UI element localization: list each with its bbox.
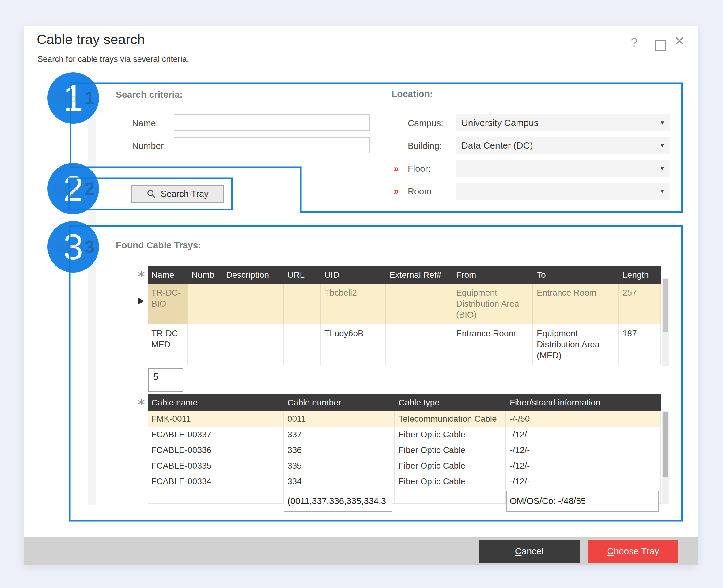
- cell-cable-type: Fiber Optic Cable: [395, 474, 506, 489]
- column-header[interactable]: Cable name: [148, 398, 284, 407]
- column-header[interactable]: UID: [321, 270, 386, 280]
- cell-numb: [188, 284, 222, 324]
- cable-results-table: Cable name Cable number Cable type Fiber…: [148, 395, 661, 504]
- floor-dropdown[interactable]: ▼: [456, 160, 670, 177]
- room-dropdown[interactable]: ▼: [456, 183, 670, 200]
- cell-cable-number: 336: [284, 442, 395, 458]
- table-row[interactable]: FCABLE-00337 337 Fiber Optic Cable -/12/…: [148, 427, 661, 442]
- cell-cable-number: 334: [284, 474, 395, 489]
- cell-fiber-info: -/12/-: [506, 458, 661, 474]
- choose-tray-label: Choose Tray: [607, 546, 659, 556]
- cell-from: Entrance Room: [453, 324, 533, 365]
- cell-cable-type: Fiber Optic Cable: [395, 427, 506, 442]
- building-value: Data Center (DC): [456, 140, 659, 151]
- cell-fiber-info: -/12/-: [506, 474, 661, 489]
- table-row[interactable]: FCABLE-00334 334 Fiber Optic Cable -/12/…: [148, 474, 661, 489]
- column-header[interactable]: Length: [619, 270, 661, 280]
- chevron-down-icon: ▼: [659, 120, 670, 126]
- room-label: Room:: [408, 187, 434, 196]
- help-icon[interactable]: ?: [627, 36, 641, 49]
- column-header[interactable]: Cable type: [395, 398, 506, 407]
- chevron-down-icon: ▼: [659, 165, 670, 172]
- column-header[interactable]: URL: [284, 270, 321, 280]
- building-label: Building:: [408, 141, 442, 151]
- step-2-ghost-number: 2: [85, 178, 95, 199]
- cable-table-scrollbar[interactable]: [662, 411, 669, 504]
- found-cable-trays-heading: Found Cable Trays:: [116, 240, 201, 251]
- step-2-ghost-label: Step: [54, 183, 76, 195]
- table-row[interactable]: FCABLE-00336 336 Fiber Optic Cable -/12/…: [148, 442, 661, 458]
- chevron-down-icon: ▼: [659, 142, 670, 149]
- result-count-field[interactable]: 5: [148, 368, 183, 392]
- tray-results-table: Name Numb Description URL UID External R…: [148, 267, 661, 365]
- column-header[interactable]: From: [453, 270, 533, 280]
- column-header[interactable]: Description: [222, 270, 284, 280]
- cell-cable-number: 0011: [284, 411, 395, 427]
- number-input[interactable]: [174, 137, 370, 153]
- cell-fiber-info: -/-/50: [506, 411, 661, 427]
- campus-label: Campus:: [408, 118, 443, 128]
- cell-fiber-info: -/12/-: [506, 427, 661, 442]
- step-3-ghost-number: 3: [85, 236, 95, 257]
- cell-url: [284, 284, 321, 324]
- required-icon: »: [394, 186, 399, 196]
- table-row[interactable]: FCABLE-00335 335 Fiber Optic Cable -/12/…: [148, 458, 661, 474]
- campus-value: University Campus: [456, 118, 659, 128]
- cell-cable-name: FMK-0011: [148, 411, 284, 427]
- cell-description: [222, 284, 284, 324]
- scrollbar-thumb[interactable]: [663, 412, 668, 477]
- column-header[interactable]: To: [533, 270, 619, 280]
- column-header[interactable]: Name: [148, 270, 188, 280]
- location-heading: Location:: [392, 89, 433, 99]
- column-header[interactable]: External Ref#: [386, 270, 453, 280]
- cell-cable-number: 337: [284, 427, 395, 442]
- cell-cable-type: Fiber Optic Cable: [395, 458, 506, 474]
- grid-settings-icon[interactable]: [137, 398, 145, 406]
- cell-length: 257: [619, 284, 661, 324]
- cell-fiber-info: -/12/-: [506, 442, 661, 458]
- cell-uid: Tbcbeli2: [321, 284, 386, 324]
- cell-external-ref: [386, 324, 453, 365]
- cell-name: TR-DC-BIO: [148, 284, 188, 324]
- cell-to: Equipment Distribution Area (MED): [533, 324, 619, 365]
- cell-cable-type: Telecommunication Cable: [395, 411, 506, 427]
- cable-numbers-summary-field[interactable]: (0011,337,336,335,334,3: [284, 490, 392, 512]
- search-tray-label: Search Tray: [161, 189, 208, 199]
- cell-cable-type: Fiber Optic Cable: [395, 442, 506, 458]
- table-row-selected[interactable]: TR-DC-BIO Tbcbeli2 Equipment Distributio…: [148, 284, 661, 324]
- cancel-label: Cancel: [515, 546, 543, 556]
- cell-cable-name: FCABLE-00334: [148, 474, 284, 489]
- scrollbar-thumb[interactable]: [663, 279, 668, 332]
- campus-dropdown[interactable]: University Campus ▼: [456, 114, 670, 131]
- column-header[interactable]: Numb: [188, 270, 222, 280]
- maximize-icon[interactable]: [655, 40, 666, 51]
- cell-cable-number: 335: [284, 458, 395, 474]
- step-1-ghost-number: 1: [85, 88, 95, 108]
- cell-cable-name: FCABLE-00336: [148, 442, 284, 458]
- cell-from: Equipment Distribution Area (BIO): [453, 284, 533, 324]
- number-label: Number:: [132, 141, 166, 151]
- name-input[interactable]: [174, 114, 370, 131]
- column-header[interactable]: Fiber/strand information: [506, 398, 661, 407]
- column-header[interactable]: Cable number: [284, 398, 395, 407]
- cell-length: 187: [619, 324, 661, 365]
- table-row[interactable]: TR-DC-MED TLudy6oB Entrance Room Equipme…: [148, 324, 661, 365]
- cancel-button[interactable]: Cancel: [478, 540, 580, 563]
- step-rail: [88, 83, 96, 505]
- tray-table-scrollbar[interactable]: [662, 278, 669, 366]
- cell-cable-name: FCABLE-00335: [148, 458, 284, 474]
- chevron-down-icon: ▼: [659, 188, 670, 194]
- name-label: Name:: [132, 118, 158, 128]
- floor-label: Floor:: [408, 164, 430, 174]
- tray-table-header: Name Numb Description URL UID External R…: [148, 267, 661, 284]
- fiber-summary-field[interactable]: OM/OS/Co: -/48/55: [506, 490, 659, 512]
- cell-cable-name: FCABLE-00337: [148, 427, 284, 442]
- cell-external-ref: [386, 284, 453, 324]
- search-icon: [146, 189, 156, 199]
- grid-settings-icon[interactable]: [137, 270, 145, 278]
- building-dropdown[interactable]: Data Center (DC) ▼: [456, 137, 670, 154]
- search-tray-button[interactable]: Search Tray: [131, 185, 224, 203]
- close-icon[interactable]: ×: [672, 32, 687, 49]
- table-row-selected[interactable]: FMK-0011 0011 Telecommunication Cable -/…: [148, 411, 661, 427]
- choose-tray-button[interactable]: Choose Tray: [588, 540, 678, 563]
